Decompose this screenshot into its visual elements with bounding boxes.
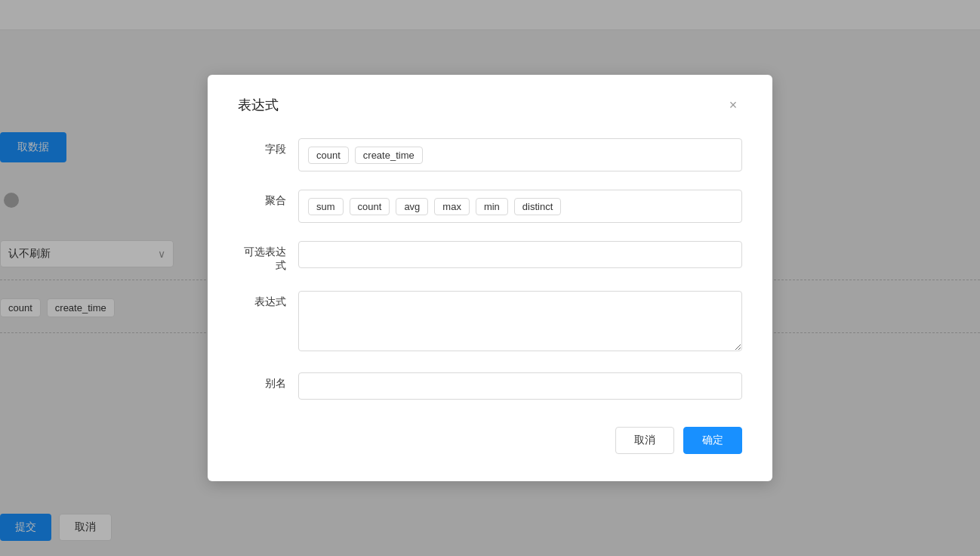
agg-tag-min[interactable]: min (476, 198, 508, 215)
fields-tags-area: count create_time (298, 138, 742, 171)
modal-title: 表达式 (238, 96, 279, 114)
fields-label: 字段 (238, 138, 298, 156)
aggregate-label: 聚合 (238, 190, 298, 208)
optional-expr-label: 可选表达式 (238, 241, 298, 273)
expression-modal: 表达式 × 字段 count create_time 聚合 sum count … (208, 75, 772, 481)
agg-tag-max[interactable]: max (434, 198, 470, 215)
modal-confirm-button[interactable]: 确定 (683, 427, 742, 454)
expression-textarea[interactable] (298, 291, 742, 351)
modal-header: 表达式 × (238, 96, 742, 114)
alias-input[interactable] (298, 372, 742, 400)
alias-row: 别名 (238, 372, 742, 400)
alias-label: 别名 (238, 372, 298, 391)
expression-label: 表达式 (238, 291, 298, 309)
modal-close-button[interactable]: × (724, 96, 742, 114)
field-tag-create-time[interactable]: create_time (355, 147, 423, 164)
fields-row: 字段 count create_time (238, 138, 742, 171)
agg-tag-avg[interactable]: avg (396, 198, 428, 215)
field-tag-count[interactable]: count (308, 147, 349, 164)
alias-content (298, 372, 742, 400)
fields-content: count create_time (298, 138, 742, 171)
aggregate-content: sum count avg max min distinct (298, 190, 742, 223)
aggregate-tags-area: sum count avg max min distinct (298, 190, 742, 223)
optional-expr-content (298, 241, 742, 268)
expression-row: 表达式 (238, 291, 742, 354)
modal-footer: 取消 确定 (238, 427, 742, 454)
modal-cancel-button[interactable]: 取消 (615, 427, 674, 454)
optional-expr-row: 可选表达式 (238, 241, 742, 273)
agg-tag-sum[interactable]: sum (308, 198, 344, 215)
agg-tag-count[interactable]: count (350, 198, 390, 215)
expression-content (298, 291, 742, 354)
agg-tag-distinct[interactable]: distinct (514, 198, 561, 215)
optional-expr-input[interactable] (298, 241, 742, 268)
aggregate-row: 聚合 sum count avg max min distinct (238, 190, 742, 223)
